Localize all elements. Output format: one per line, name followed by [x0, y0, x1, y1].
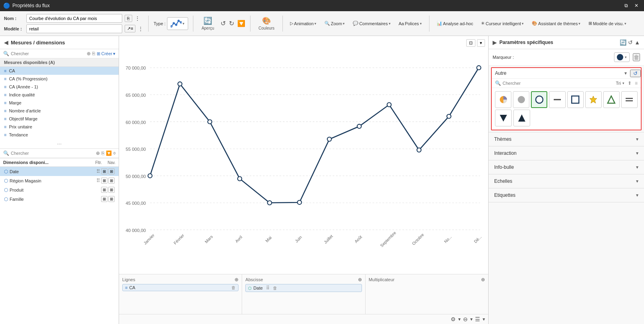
dim-item-famille[interactable]: ⬡ Famille ⊞ ⊞ — [0, 194, 119, 204]
point-fev[interactable] — [178, 82, 182, 86]
name-menu-btn[interactable]: ⋮ — [135, 15, 140, 22]
list-item-indice[interactable]: ≡ Indice qualité — [0, 91, 119, 99]
lignes-zone[interactable]: Lignes ⊕ ≡ CA 🗑 — [119, 274, 242, 314]
dim-item-region[interactable]: ⬡ Région Magasin ⠿ ⊞ ⊞ — [0, 176, 119, 185]
abscisse-item-delete[interactable]: 🗑 — [273, 286, 277, 290]
zoom-btn[interactable]: 🔍 Zoom ▾ — [322, 19, 347, 28]
point-mai[interactable] — [268, 201, 272, 205]
shape-triangle-down-fill-btn[interactable] — [495, 110, 512, 126]
region-nav-icon-btn[interactable]: ⊞ — [108, 178, 115, 184]
dropdown-value-input[interactable] — [492, 68, 621, 78]
chart-line — [150, 68, 479, 203]
restore-btn[interactable]: ⧉ — [622, 2, 630, 9]
shape-circle-outline-btn[interactable] — [531, 91, 547, 108]
accordion-themes-header[interactable]: Thèmes ▾ — [489, 132, 644, 146]
creer-btn[interactable]: ⊞ Créer ▾ — [97, 51, 115, 56]
commentaires-btn[interactable]: 💬 Commentaires ▾ — [350, 19, 393, 28]
famille-filter-icon-btn[interactable]: ⊞ — [101, 196, 107, 202]
marqueur-delete-btn[interactable]: 🗑 — [633, 53, 640, 61]
assistant-btn[interactable]: 🎨 Assistant de thèmes ▾ — [529, 19, 583, 28]
dropdown-refresh-btn[interactable]: ↺ — [630, 70, 641, 77]
type-dropdown[interactable]: ▾ — [167, 17, 188, 30]
list-item-nombre[interactable]: ≡ Nombre d'article — [0, 107, 119, 115]
modele-menu-btn[interactable]: ⋮ — [138, 26, 143, 32]
list-item-CA-annee[interactable]: ≡ CA (Année - 1) — [0, 83, 119, 91]
undo-btn[interactable]: ↺ — [221, 20, 226, 27]
accordion-interaction-header[interactable]: Interaction ▾ — [489, 146, 644, 160]
shape-triangle-up-fill-btn[interactable] — [513, 110, 530, 126]
date-filter-icon-btn[interactable]: ⊞ — [101, 168, 107, 174]
shape-pie-btn[interactable] — [495, 91, 511, 108]
abscisse-zone[interactable]: Abscisse ⊕ ⬡ Date ⠿ 🗑 — [242, 274, 365, 314]
lignes-item[interactable]: ≡ CA 🗑 — [122, 284, 239, 291]
polices-btn[interactable]: Aa Polices ▾ — [396, 20, 424, 28]
close-btn[interactable]: ✕ — [632, 2, 641, 9]
region-filter-icon-btn[interactable]: ⊞ — [101, 178, 107, 184]
right-expand-btn[interactable]: ▶ — [493, 39, 497, 46]
list-item-tendance[interactable]: ≡ Tendance — [0, 131, 119, 139]
filter-btn[interactable]: 🔽 — [237, 20, 245, 27]
famille-nav-icon-btn[interactable]: ⊞ — [108, 196, 115, 202]
point-jun[interactable] — [297, 200, 301, 204]
bottom-settings-btn[interactable]: ⚙ — [451, 316, 456, 322]
dim-item-produit[interactable]: ⬡ Produit ⊞ ⊞ — [0, 185, 119, 194]
bottom-zoom-btn[interactable]: ⊖ — [463, 316, 468, 322]
produit-nav-icon-btn[interactable]: ⊞ — [108, 187, 115, 193]
name-copy-btn[interactable]: ⎘ — [125, 15, 132, 22]
dim-search-input[interactable] — [11, 151, 94, 156]
abscisse-item-hier-icon[interactable]: ⠿ — [266, 285, 270, 291]
shape-circle-fill-btn[interactable] — [513, 91, 529, 108]
measures-search-input[interactable] — [11, 51, 85, 56]
point-sep[interactable] — [387, 103, 391, 107]
chart-dropdown-btn[interactable]: ▾ — [477, 39, 485, 47]
shape-star-btn[interactable] — [585, 91, 602, 108]
animation-btn[interactable]: ▷ Animation ▾ — [288, 19, 319, 28]
shape-equals-btn[interactable] — [621, 91, 638, 108]
list-item-CA[interactable]: ≡ CA — [0, 67, 119, 75]
modele-input[interactable] — [26, 24, 122, 33]
date-nav-icon-btn[interactable]: ⊞ — [108, 168, 115, 174]
shape-square-btn[interactable] — [567, 91, 584, 108]
bottom-dropdown-btn[interactable]: ▾ — [458, 316, 461, 322]
accordion-etiquettes-header[interactable]: Etiquettes ▾ — [489, 188, 644, 202]
modele-visu-btn[interactable]: ⊞ Modèle de visu. ▾ — [586, 19, 629, 28]
list-item-CA-prog[interactable]: ≡ CA (% Progression) — [0, 75, 119, 83]
accordion-echelles-header[interactable]: Echelles ▾ — [489, 174, 644, 188]
list-item-objectif[interactable]: ≡ Objectif Marge — [0, 115, 119, 123]
analyse-btn[interactable]: 📊 Analyse ad-hoc — [434, 19, 476, 28]
point-avr[interactable] — [238, 177, 242, 181]
multiplicateur-zone[interactable]: Multiplicateur ⊕ — [366, 274, 488, 314]
abscisse-item[interactable]: ⬡ Date ⠿ 🗑 — [245, 284, 362, 292]
dropdown-search-input[interactable] — [503, 81, 614, 86]
modele-open-btn[interactable]: ↗≡ — [125, 25, 135, 32]
point-jan[interactable] — [148, 174, 152, 178]
shape-triangle-up-outline-btn[interactable] — [603, 91, 620, 108]
bottom-layout2-btn[interactable]: ▾ — [483, 316, 485, 322]
curseur-btn[interactable]: ✳ Curseur intelligent ▾ — [479, 19, 526, 28]
accordion-infobulle-header[interactable]: Info-bulle ▾ — [489, 160, 644, 174]
point-nov[interactable] — [447, 114, 451, 118]
name-input[interactable] — [26, 14, 122, 23]
apercu-btn[interactable]: 🔄 Aperçu — [198, 15, 217, 32]
marqueur-select[interactable]: ▾ — [614, 52, 630, 62]
bottom-layout-btn[interactable]: ☰ — [475, 316, 480, 322]
produit-filter-icon-btn[interactable]: ⊞ — [101, 187, 107, 193]
shape-dash-btn[interactable] — [549, 91, 565, 108]
point-dec[interactable] — [477, 66, 481, 70]
right-refresh2-btn[interactable]: ↺ — [628, 39, 633, 46]
point-aou[interactable] — [357, 124, 361, 128]
chart-expand-btn[interactable]: ⊡ — [466, 39, 475, 47]
list-item-marge[interactable]: ≡ Marge — [0, 99, 119, 107]
right-collapse-btn[interactable]: ▲ — [634, 39, 640, 46]
point-oct[interactable] — [417, 148, 421, 152]
list-item-prix[interactable]: ≡ Prix unitaire — [0, 123, 119, 131]
point-jul[interactable] — [327, 137, 331, 141]
panel-collapse-btn[interactable]: ◀ — [4, 39, 8, 46]
redo-btn[interactable]: ↻ — [229, 20, 234, 27]
dim-item-date[interactable]: ⬡ Date ⠿ ⊞ ⊞ — [0, 167, 119, 176]
bottom-zoom2-btn[interactable]: ▾ — [470, 316, 473, 322]
point-mar[interactable] — [208, 120, 212, 124]
right-refresh1-btn[interactable]: 🔄 — [620, 39, 626, 46]
couleurs-btn[interactable]: 🎨 Couleurs — [255, 15, 278, 32]
lignes-item-delete[interactable]: 🗑 — [231, 285, 236, 290]
